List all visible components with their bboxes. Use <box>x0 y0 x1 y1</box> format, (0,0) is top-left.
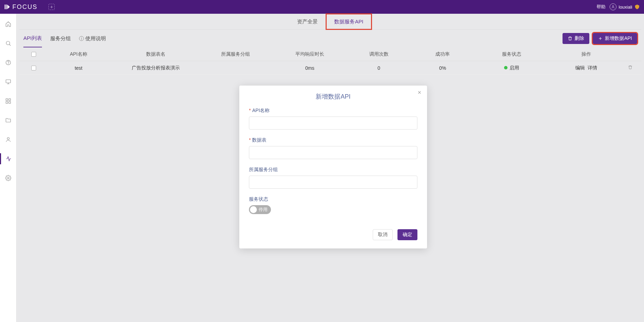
label-group: 所属服务分组 <box>249 167 417 173</box>
input-api-name[interactable] <box>249 116 417 130</box>
add-api-modal: 新增数据API *API名称 *数据表 所属服务分组 服务状态 停用 <box>239 86 427 248</box>
modal-overlay: 新增数据API *API名称 *数据表 所属服务分组 服务状态 停用 <box>0 0 644 322</box>
confirm-button[interactable]: 确定 <box>397 229 417 240</box>
cancel-button[interactable]: 取消 <box>373 229 393 240</box>
toggle-off-label: 停用 <box>259 207 268 213</box>
status-toggle[interactable]: 停用 <box>249 205 271 214</box>
modal-close-button[interactable] <box>416 89 423 96</box>
label-api-name: *API名称 <box>249 108 417 114</box>
input-data-table[interactable] <box>249 146 417 159</box>
close-icon <box>417 90 422 95</box>
label-status: 服务状态 <box>249 196 417 202</box>
modal-title: 新增数据API <box>239 86 427 105</box>
label-data-table: *数据表 <box>249 137 417 143</box>
input-group[interactable] <box>249 176 417 189</box>
toggle-knob <box>250 206 257 213</box>
